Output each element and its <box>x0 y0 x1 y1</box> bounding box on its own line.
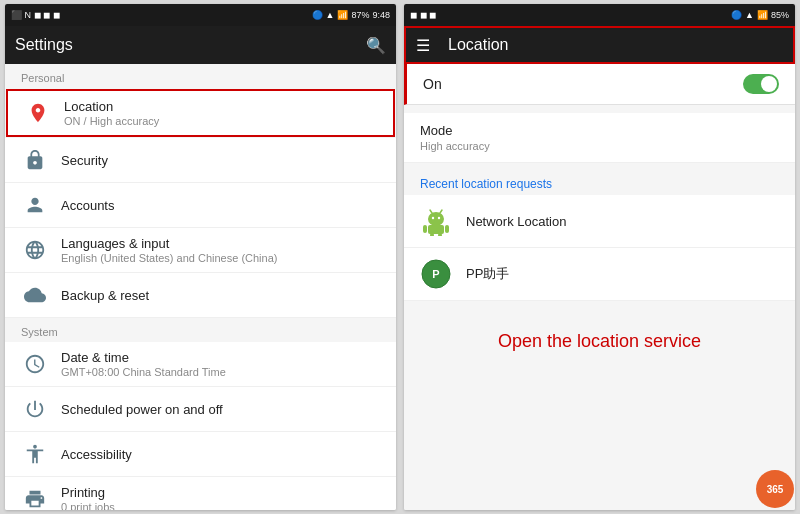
right-notification-icons: ◼ ◼ ◼ <box>410 10 436 20</box>
svg-line-3 <box>430 210 432 213</box>
location-content: On Mode High accuracy Recent location re… <box>404 64 795 510</box>
accounts-text: Accounts <box>61 198 380 213</box>
right-status-icons: ◼ ◼ ◼ <box>410 10 436 20</box>
backup-item[interactable]: Backup & reset <box>5 273 396 318</box>
security-item[interactable]: Security <box>5 138 396 183</box>
accounts-title: Accounts <box>61 198 380 213</box>
bluetooth-icon: 🔵 <box>312 10 323 20</box>
security-title: Security <box>61 153 380 168</box>
datetime-subtitle: GMT+08:00 China Standard Time <box>61 366 380 378</box>
languages-icon <box>21 236 49 264</box>
print-icon <box>21 485 49 510</box>
accessibility-item[interactable]: Accessibility <box>5 432 396 477</box>
location-title: Location <box>64 99 377 114</box>
right-status-right: 🔵 ▲ 📶 85% <box>731 10 789 20</box>
power-icon <box>21 395 49 423</box>
scheduled-text: Scheduled power on and off <box>61 402 380 417</box>
svg-rect-5 <box>428 225 444 234</box>
languages-text: Languages & input English (United States… <box>61 236 380 264</box>
svg-point-0 <box>428 212 444 226</box>
location-subtitle: ON / High accuracy <box>64 115 377 127</box>
right-wifi-icon: ▲ <box>745 10 754 20</box>
time-display: 9:48 <box>372 10 390 20</box>
mode-title: Mode <box>420 123 779 138</box>
languages-item[interactable]: Languages & input English (United States… <box>5 228 396 273</box>
notification-icons: ⬛ N ◼ ◼ ◼ <box>11 10 60 20</box>
personal-section-header: Personal <box>5 64 396 88</box>
location-panel: ◼ ◼ ◼ 🔵 ▲ 📶 85% ☰ Location On <box>404 4 795 510</box>
location-item[interactable]: Location ON / High accuracy <box>6 89 395 137</box>
location-toggle-switch[interactable] <box>743 74 779 94</box>
mode-section[interactable]: Mode High accuracy <box>404 113 795 163</box>
svg-point-2 <box>438 217 440 219</box>
accounts-icon <box>21 191 49 219</box>
printing-subtitle: 0 print jobs <box>61 501 380 510</box>
backup-icon <box>21 281 49 309</box>
accessibility-icon <box>21 440 49 468</box>
left-status-right: 🔵 ▲ 📶 87% 9:48 <box>312 10 390 20</box>
mode-value: High accuracy <box>420 140 779 152</box>
network-location-name: Network Location <box>466 214 566 229</box>
left-status-bar: ⬛ N ◼ ◼ ◼ 🔵 ▲ 📶 87% 9:48 <box>5 4 396 26</box>
recent-requests-header: Recent location requests <box>404 169 795 195</box>
datetime-item[interactable]: Date & time GMT+08:00 China Standard Tim… <box>5 342 396 387</box>
scheduled-title: Scheduled power on and off <box>61 402 380 417</box>
right-signal-icon: 📶 <box>757 10 768 20</box>
languages-subtitle: English (United States) and Chinese (Chi… <box>61 252 380 264</box>
settings-title: Settings <box>15 36 358 54</box>
signal-icon: 📶 <box>337 10 348 20</box>
location-toggle-bar: On <box>404 64 795 105</box>
security-text: Security <box>61 153 380 168</box>
svg-point-1 <box>432 217 434 219</box>
accounts-item[interactable]: Accounts <box>5 183 396 228</box>
instruction-text: Open the location service <box>404 301 795 382</box>
toggle-label: On <box>423 76 743 92</box>
settings-panel: ⬛ N ◼ ◼ ◼ 🔵 ▲ 📶 87% 9:48 Settings 🔍 Pers… <box>5 4 396 510</box>
svg-rect-6 <box>423 225 427 233</box>
location-toolbar: ☰ Location <box>404 26 795 64</box>
wifi-icon: ▲ <box>326 10 335 20</box>
printing-title: Printing <box>61 485 380 500</box>
accessibility-title: Accessibility <box>61 447 380 462</box>
brand-badge: 365 <box>756 470 794 508</box>
system-section-header: System <box>5 318 396 342</box>
datetime-icon <box>21 350 49 378</box>
svg-text:P: P <box>432 268 439 280</box>
printing-item[interactable]: Printing 0 print jobs <box>5 477 396 510</box>
right-bluetooth-icon: 🔵 <box>731 10 742 20</box>
right-status-bar: ◼ ◼ ◼ 🔵 ▲ 📶 85% <box>404 4 795 26</box>
backup-title: Backup & reset <box>61 288 380 303</box>
datetime-title: Date & time <box>61 350 380 365</box>
pp-assistant-item[interactable]: P PP助手 <box>404 248 795 301</box>
location-toolbar-title: Location <box>448 36 783 54</box>
search-icon[interactable]: 🔍 <box>366 36 386 55</box>
menu-icon[interactable]: ☰ <box>416 36 430 55</box>
network-location-item[interactable]: Network Location <box>404 195 795 248</box>
brand-text: 365 <box>767 484 784 495</box>
settings-toolbar: Settings 🔍 <box>5 26 396 64</box>
pp-assistant-icon: P <box>420 258 452 290</box>
svg-line-4 <box>440 210 442 213</box>
settings-content: Personal Location ON / High accuracy <box>5 64 396 510</box>
android-robot-icon <box>420 205 452 237</box>
left-status-icons: ⬛ N ◼ ◼ ◼ <box>11 10 60 20</box>
datetime-text: Date & time GMT+08:00 China Standard Tim… <box>61 350 380 378</box>
right-battery-text: 85% <box>771 10 789 20</box>
accessibility-text: Accessibility <box>61 447 380 462</box>
scheduled-item[interactable]: Scheduled power on and off <box>5 387 396 432</box>
location-text: Location ON / High accuracy <box>64 99 377 127</box>
languages-title: Languages & input <box>61 236 380 251</box>
svg-rect-7 <box>445 225 449 233</box>
backup-text: Backup & reset <box>61 288 380 303</box>
location-icon <box>24 99 52 127</box>
battery-text: 87% <box>351 10 369 20</box>
security-icon <box>21 146 49 174</box>
pp-assistant-name: PP助手 <box>466 265 509 283</box>
printing-text: Printing 0 print jobs <box>61 485 380 510</box>
